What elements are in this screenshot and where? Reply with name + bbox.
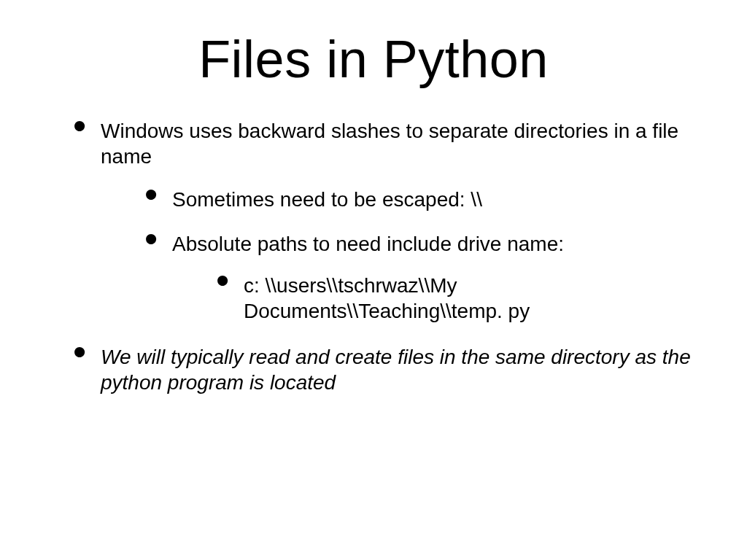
slide: Files in Python Windows uses backward sl… (0, 0, 747, 560)
bullet-text: We will typically read and create files … (101, 346, 691, 394)
bullet-list-lvl2: Sometimes need to be escaped: \\ Absolut… (101, 187, 718, 324)
slide-title: Files in Python (29, 29, 718, 89)
bullet-text: Windows uses backward slashes to separat… (101, 120, 678, 168)
bullet-item: We will typically read and create files … (73, 344, 718, 395)
bullet-item: Absolute paths to need include drive nam… (144, 231, 718, 324)
bullet-list-lvl3: c: \\users\\tschrwaz\\My Documents\\Teac… (172, 273, 718, 324)
bullet-item: Sometimes need to be escaped: \\ (144, 187, 718, 212)
bullet-list-lvl1: Windows uses backward slashes to separat… (29, 118, 718, 395)
bullet-text: Absolute paths to need include drive nam… (172, 233, 564, 255)
bullet-text: Sometimes need to be escaped: \\ (172, 188, 482, 211)
bullet-item: Windows uses backward slashes to separat… (73, 118, 718, 324)
bullet-item: c: \\users\\tschrwaz\\My Documents\\Teac… (216, 273, 718, 324)
bullet-text: c: \\users\\tschrwaz\\My Documents\\Teac… (244, 274, 530, 322)
